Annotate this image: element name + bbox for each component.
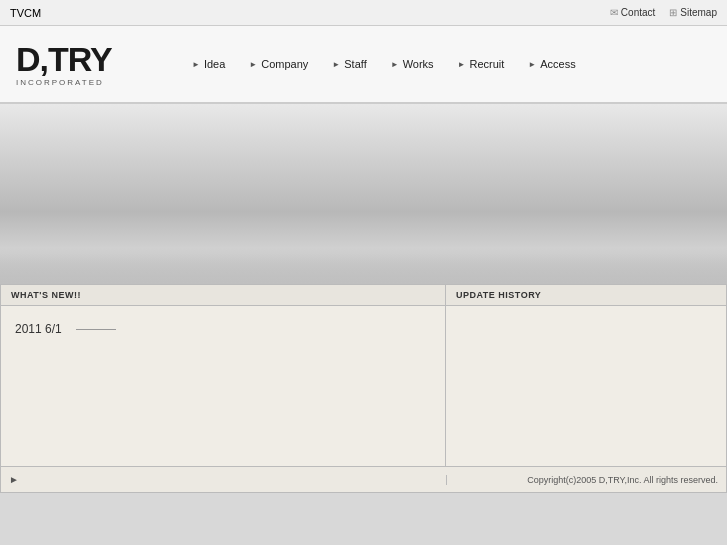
nav-staff[interactable]: ► Staff [320,26,378,102]
footer-arrow-icon[interactable]: ► [9,474,19,485]
whats-new-header: WHAT'S NEW!! [1,285,446,305]
news-line-decoration [76,329,116,330]
contact-label: Contact [621,7,655,18]
nav-arrow-company: ► [249,60,257,69]
logo-area: D,TRY INCORPORATED [0,26,170,102]
nav-idea[interactable]: ► Idea [180,26,237,102]
main-nav: ► Idea ► Company ► Staff ► Works ► Recru… [170,26,727,102]
nav-staff-label: Staff [344,58,366,70]
nav-arrow-access: ► [528,60,536,69]
content-footer: ► Copyright(c)2005 D,TRY,Inc. All rights… [1,466,726,492]
main-content: WHAT'S NEW!! UPDATE HISTORY 2011 6/1 ► C… [0,284,727,493]
logo-sub: INCORPORATED [16,78,154,87]
update-history-section [446,306,726,466]
nav-recruit-label: Recruit [470,58,505,70]
header: D,TRY INCORPORATED ► Idea ► Company ► St… [0,26,727,104]
top-bar: TVCM ✉ Contact ⊞ Sitemap [0,0,727,26]
nav-access-label: Access [540,58,575,70]
nav-company-label: Company [261,58,308,70]
nav-company[interactable]: ► Company [237,26,320,102]
sitemap-icon: ⊞ [669,7,677,18]
nav-arrow-works: ► [391,60,399,69]
nav-arrow-staff: ► [332,60,340,69]
top-bar-title: TVCM [10,7,41,19]
contact-link[interactable]: ✉ Contact [610,7,655,18]
nav-works[interactable]: ► Works [379,26,446,102]
news-item: 2011 6/1 [15,322,431,336]
top-bar-links: ✉ Contact ⊞ Sitemap [610,7,717,18]
nav-works-label: Works [403,58,434,70]
news-section: 2011 6/1 [1,306,446,466]
news-date: 2011 6/1 [15,322,62,336]
update-history-header: UPDATE HISTORY [446,285,726,305]
content-header: WHAT'S NEW!! UPDATE HISTORY [1,285,726,306]
copyright: Copyright(c)2005 D,TRY,Inc. All rights r… [446,475,726,485]
hero-banner [0,104,727,284]
content-body: 2011 6/1 [1,306,726,466]
nav-access[interactable]: ► Access [516,26,587,102]
footer-nav: ► [1,474,446,485]
sitemap-link[interactable]: ⊞ Sitemap [669,7,717,18]
nav-idea-label: Idea [204,58,225,70]
nav-arrow-idea: ► [192,60,200,69]
nav-arrow-recruit: ► [458,60,466,69]
nav-recruit[interactable]: ► Recruit [446,26,517,102]
logo: D,TRY [16,42,154,76]
sitemap-label: Sitemap [680,7,717,18]
contact-icon: ✉ [610,7,618,18]
